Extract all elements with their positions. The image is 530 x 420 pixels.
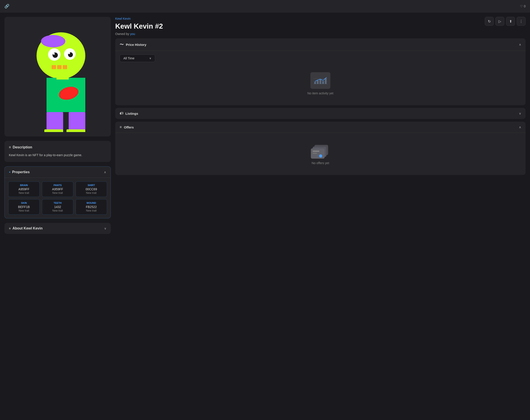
description-icon xyxy=(9,145,11,149)
properties-grid: BRAIN A959FF New trait PANTS A959FF New … xyxy=(5,178,111,218)
property-card: WOUND FB2522 New trait xyxy=(75,199,107,215)
property-value: 1432 xyxy=(45,205,71,209)
left-panel: Description Kewl Kevin is an NFT for a p… xyxy=(0,12,115,420)
svg-rect-9 xyxy=(57,65,62,69)
share-button[interactable]: ⬆ xyxy=(506,17,515,26)
property-rarity: New trait xyxy=(11,191,37,194)
listings-toggle[interactable]: 🏷 Listings xyxy=(115,108,526,119)
offers-section: ≡ Offers xyxy=(115,122,526,175)
tag-icon: 🏷 xyxy=(120,111,123,116)
svg-rect-31 xyxy=(313,153,317,154)
about-title: About Kewl Kevin xyxy=(9,226,43,230)
svg-rect-17 xyxy=(57,75,69,80)
description-text: Kewl Kevin is an NFT for a play-to-earn … xyxy=(9,153,106,158)
link-icon[interactable]: 🔗 xyxy=(4,4,9,9)
offers-toggle[interactable]: ≡ Offers xyxy=(115,122,526,133)
property-card: PANTS A959FF New trait xyxy=(42,181,73,197)
no-activity-container: No item activity yet xyxy=(120,66,521,102)
like-button[interactable]: ♡ 0 xyxy=(520,4,526,8)
property-type: TEETH xyxy=(45,202,71,204)
listings-chevron xyxy=(519,112,521,115)
svg-rect-10 xyxy=(63,65,67,69)
svg-rect-23 xyxy=(317,80,319,84)
nft-artwork xyxy=(22,21,93,132)
right-panel: Kewl Kevin Kewl Kevin #2 Owned by you ↻ … xyxy=(115,12,530,420)
properties-section: ▪ Properties BRAIN A959FF New trait PANT… xyxy=(4,166,111,218)
properties-icon: ▪ xyxy=(9,170,10,174)
property-type: WOUND xyxy=(78,202,104,204)
description-header: Description xyxy=(9,145,106,149)
price-history-title: 〜 Price History xyxy=(120,42,147,47)
svg-rect-25 xyxy=(322,81,324,84)
property-type: SHIRT xyxy=(78,184,104,187)
svg-rect-16 xyxy=(66,129,85,132)
property-rarity: New trait xyxy=(45,209,71,212)
property-card: BRAIN A959FF New trait xyxy=(8,181,40,197)
share-icon: ⬆ xyxy=(509,19,512,24)
property-rarity: New trait xyxy=(78,209,104,212)
offers-title: ≡ Offers xyxy=(120,125,134,129)
property-card: SHIRT 00CC69 New trait xyxy=(75,181,107,197)
property-card: SKIN BEFF1B New trait xyxy=(8,199,40,215)
offers-placeholder xyxy=(310,143,330,159)
svg-point-6 xyxy=(53,53,55,55)
time-range-dropdown[interactable]: All Time ∨ xyxy=(120,55,155,62)
property-rarity: New trait xyxy=(45,191,71,194)
property-value: FB2522 xyxy=(78,205,104,209)
offers-icon: ≡ xyxy=(120,125,122,129)
about-section[interactable]: About Kewl Kevin xyxy=(4,223,111,234)
heart-icon: ♡ xyxy=(520,4,523,8)
top-bar-right: ♡ 0 xyxy=(520,4,526,8)
send-button[interactable]: ▷ xyxy=(495,17,504,26)
svg-rect-30 xyxy=(313,151,319,152)
property-type: SKIN xyxy=(11,202,37,204)
offers-chevron xyxy=(519,125,521,129)
property-rarity: New trait xyxy=(78,191,104,194)
svg-point-7 xyxy=(68,52,70,54)
nft-title: Kewl Kevin #2 xyxy=(115,22,163,30)
svg-rect-15 xyxy=(44,129,63,132)
owner-link[interactable]: you xyxy=(130,32,135,36)
more-button[interactable]: ⋮ xyxy=(517,17,526,26)
svg-point-32 xyxy=(319,154,322,158)
svg-rect-22 xyxy=(314,82,316,84)
chart-icon xyxy=(311,73,329,88)
no-activity-text: No item activity yet xyxy=(307,91,333,95)
right-header: Kewl Kevin Kewl Kevin #2 Owned by you xyxy=(115,17,163,36)
svg-point-1 xyxy=(41,35,65,47)
property-card: TEETH 1432 New trait xyxy=(42,199,73,215)
price-history-body: All Time ∨ xyxy=(115,51,526,105)
listings-section: 🏷 Listings xyxy=(115,108,526,119)
property-value: BEFF1B xyxy=(11,205,37,209)
more-icon: ⋮ xyxy=(519,19,523,24)
properties-toggle[interactable]: ▪ Properties xyxy=(5,167,111,178)
description-section: Description Kewl Kevin is an NFT for a p… xyxy=(4,141,111,162)
no-offers-container: No offers yet xyxy=(120,136,521,172)
no-offers-text: No offers yet xyxy=(311,161,329,165)
property-value: 00CC69 xyxy=(78,188,104,191)
property-value: A959FF xyxy=(45,188,71,191)
properties-title: ▪ Properties xyxy=(9,170,30,174)
property-type: BRAIN xyxy=(11,184,37,187)
price-history-section: 〜 Price History All Time ∨ xyxy=(115,38,526,105)
main-content: Description Kewl Kevin is an NFT for a p… xyxy=(0,12,530,420)
price-history-toggle[interactable]: 〜 Price History xyxy=(115,38,526,51)
svg-rect-26 xyxy=(325,78,327,84)
svg-rect-14 xyxy=(69,112,85,131)
about-icon xyxy=(9,226,11,230)
offers-body: No offers yet xyxy=(115,133,526,175)
offers-icon-graphic xyxy=(310,143,331,160)
nft-image-container xyxy=(4,17,111,136)
collection-link[interactable]: Kewl Kevin xyxy=(115,17,163,20)
svg-rect-24 xyxy=(320,80,321,84)
refresh-button[interactable]: ↻ xyxy=(485,17,494,26)
action-buttons: ↻ ▷ ⬆ ⋮ xyxy=(485,17,526,26)
property-type: PANTS xyxy=(45,184,71,187)
dropdown-chevron: ∨ xyxy=(149,57,151,60)
refresh-icon: ↻ xyxy=(488,19,491,24)
property-rarity: New trait xyxy=(11,209,37,212)
properties-chevron xyxy=(104,170,106,174)
owner-text: Owned by you xyxy=(115,32,163,36)
like-count: 0 xyxy=(524,4,526,8)
top-bar-left: 🔗 xyxy=(4,4,9,9)
